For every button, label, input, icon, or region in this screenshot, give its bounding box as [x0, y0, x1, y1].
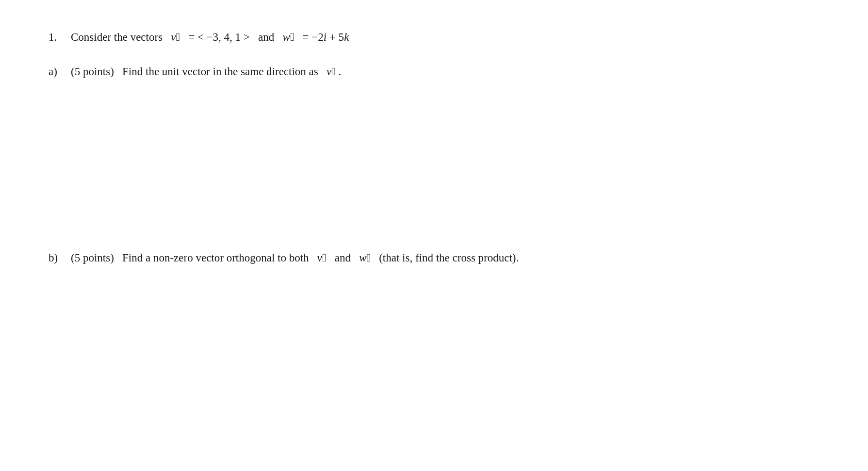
part-b: b) (5 points) Find a non-zero vector ort…: [49, 250, 786, 267]
part-a-text: (5 points) Find the unit vector in the s…: [71, 64, 786, 81]
w-equals: = −2i + 5k: [303, 31, 349, 43]
part-b-main-text: Find a non-zero vector orthogonal to bot…: [122, 252, 309, 264]
v-equals: = < −3, 4, 1 >: [188, 31, 250, 43]
problem-statement: Consider the vectors v⃗ = < −3, 4, 1 > a…: [71, 29, 786, 46]
part-b-end-text: (that is, find the cross product).: [379, 252, 519, 264]
part-a: a) (5 points) Find the unit vector in th…: [49, 64, 786, 81]
part-a-vector-ref: v⃗: [327, 65, 336, 78]
header-text-before: Consider the vectors: [71, 31, 163, 43]
part-b-connector: and: [335, 252, 351, 264]
part-b-vector-w-ref: w⃗: [359, 252, 371, 264]
part-b-points: (5 points): [71, 252, 114, 264]
problem-number: 1.: [49, 29, 63, 46]
part-a-main-text: Find the unit vector in the same directi…: [122, 65, 318, 78]
vector-v-symbol: v⃗: [171, 29, 180, 46]
part-b-vector-v-ref: v⃗: [317, 252, 327, 264]
vector-w-symbol: w⃗: [283, 31, 297, 43]
page-content: 1. Consider the vectors v⃗ = < −3, 4, 1 …: [29, 19, 805, 291]
answer-area-a: [49, 95, 786, 250]
part-a-label: a): [49, 64, 63, 81]
problem-header: 1. Consider the vectors v⃗ = < −3, 4, 1 …: [49, 29, 786, 46]
part-b-text: (5 points) Find a non-zero vector orthog…: [71, 250, 786, 267]
connector: and: [258, 31, 274, 43]
part-b-label: b): [49, 250, 63, 267]
part-a-points: (5 points): [71, 65, 114, 78]
part-a-end: .: [338, 65, 341, 78]
